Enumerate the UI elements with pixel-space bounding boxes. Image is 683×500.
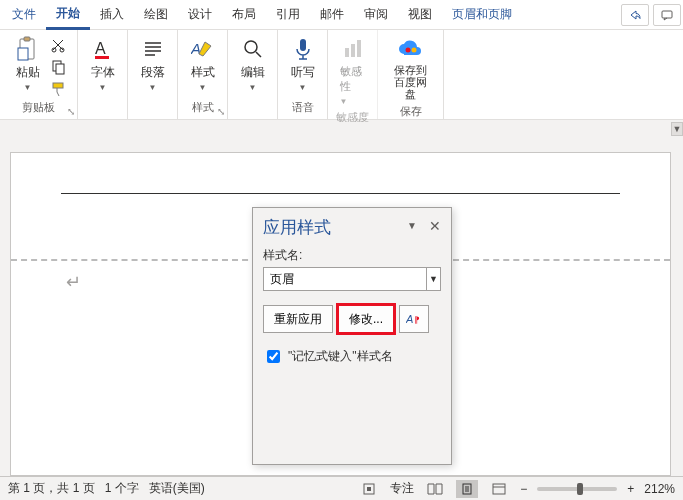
svg-point-18 (411, 48, 416, 53)
focus-mode-button[interactable] (358, 480, 380, 498)
svg-rect-7 (56, 64, 64, 74)
paragraph-mark-icon: ↵ (66, 271, 81, 293)
chevron-down-icon: ▼ (99, 83, 107, 92)
svg-rect-0 (662, 11, 672, 18)
autocomplete-check-input[interactable] (267, 350, 280, 363)
svg-rect-3 (18, 48, 28, 60)
share-button[interactable] (621, 4, 649, 26)
language-indicator[interactable]: 英语(美国) (149, 480, 205, 497)
group-label-save: 保存 (400, 102, 422, 121)
word-count[interactable]: 1 个字 (105, 480, 139, 497)
zoom-slider[interactable] (537, 487, 617, 491)
autocomplete-checkbox[interactable]: "记忆式键入"样式名 (263, 347, 441, 366)
microphone-icon (290, 36, 316, 62)
zoom-in-button[interactable]: + (627, 482, 634, 496)
tab-mailings[interactable]: 邮件 (310, 1, 354, 28)
tab-insert[interactable]: 插入 (90, 1, 134, 28)
chevron-down-icon: ▼ (24, 83, 32, 92)
group-label-voice: 语音 (292, 98, 314, 117)
svg-rect-8 (53, 83, 63, 88)
svg-point-17 (405, 48, 410, 53)
svg-point-12 (245, 41, 257, 53)
baidu-cloud-icon (398, 36, 424, 62)
svg-rect-2 (24, 37, 30, 41)
header-rule (61, 193, 620, 194)
copy-icon[interactable] (49, 58, 67, 76)
comments-button[interactable] (653, 4, 681, 26)
style-name-input[interactable] (263, 267, 427, 291)
svg-rect-15 (351, 44, 355, 57)
paragraph-icon (140, 36, 166, 62)
svg-rect-10 (95, 56, 109, 59)
dictate-button[interactable]: 听写 ▼ (286, 34, 320, 94)
dialog-launcher-icon[interactable]: ⤡ (67, 106, 75, 117)
sensitivity-button: 敏感性▼ (336, 34, 370, 108)
search-icon (240, 36, 266, 62)
dialog-launcher-icon[interactable]: ⤡ (217, 106, 225, 117)
close-icon[interactable]: ✕ (429, 218, 441, 234)
tab-view[interactable]: 视图 (398, 1, 442, 28)
paragraph-button[interactable]: 段落 ▼ (136, 34, 170, 94)
zoom-level[interactable]: 212% (644, 482, 675, 496)
svg-rect-14 (345, 48, 349, 57)
modify-button[interactable]: 修改... (338, 305, 394, 333)
tab-home[interactable]: 开始 (46, 0, 90, 30)
chevron-down-icon: ▼ (199, 83, 207, 92)
tab-design[interactable]: 设计 (178, 1, 222, 28)
cut-icon[interactable] (49, 36, 67, 54)
tab-references[interactable]: 引用 (266, 1, 310, 28)
group-label-styles: 样式 (192, 98, 214, 117)
style-name-label: 样式名: (263, 247, 441, 264)
svg-rect-24 (493, 484, 505, 494)
svg-text:A: A (406, 313, 413, 325)
svg-rect-13 (300, 39, 306, 51)
svg-text:A: A (95, 40, 106, 57)
save-baidu-button[interactable]: 保存到百度网盘 (386, 34, 435, 102)
clipboard-icon (15, 36, 41, 62)
tab-review[interactable]: 审阅 (354, 1, 398, 28)
reapply-button[interactable]: 重新应用 (263, 305, 333, 333)
format-painter-icon[interactable] (49, 80, 67, 98)
edit-button[interactable]: 编辑 ▼ (236, 34, 270, 94)
pane-options-icon[interactable]: ▼ (407, 220, 417, 231)
read-mode-button[interactable] (424, 480, 446, 498)
font-icon: A (90, 36, 116, 62)
styles-button[interactable]: A 样式 ▼ (186, 34, 220, 94)
svg-rect-16 (357, 40, 361, 57)
web-layout-button[interactable] (488, 480, 510, 498)
group-label-clipboard: 剪贴板 (22, 98, 55, 117)
print-layout-button[interactable] (456, 480, 478, 498)
font-button[interactable]: A 字体 ▼ (86, 34, 120, 94)
tab-header-footer[interactable]: 页眉和页脚 (442, 1, 522, 28)
page-indicator[interactable]: 第 1 页，共 1 页 (8, 480, 95, 497)
tab-layout[interactable]: 布局 (222, 1, 266, 28)
paste-button[interactable]: 粘贴 ▼ (11, 34, 45, 94)
tab-draw[interactable]: 绘图 (134, 1, 178, 28)
chevron-down-icon: ▼ (249, 83, 257, 92)
styles-icon: A (190, 36, 216, 62)
scroll-down-button[interactable]: ▼ (671, 122, 683, 136)
svg-rect-22 (367, 487, 371, 491)
styles-pane-button[interactable]: A⁋ (399, 305, 429, 333)
tab-file[interactable]: 文件 (2, 1, 46, 28)
svg-text:⁋: ⁋ (414, 315, 420, 325)
dropdown-button[interactable]: ▼ (427, 267, 441, 291)
chevron-down-icon: ▼ (299, 83, 307, 92)
chevron-down-icon: ▼ (149, 83, 157, 92)
apply-styles-pane: ▼ ✕ 应用样式 样式名: ▼ 重新应用 修改... A⁋ "记忆式键入"样式名 (252, 207, 452, 465)
zoom-out-button[interactable]: − (520, 482, 527, 496)
sensitivity-icon (340, 36, 366, 62)
focus-label[interactable]: 专注 (390, 480, 414, 497)
